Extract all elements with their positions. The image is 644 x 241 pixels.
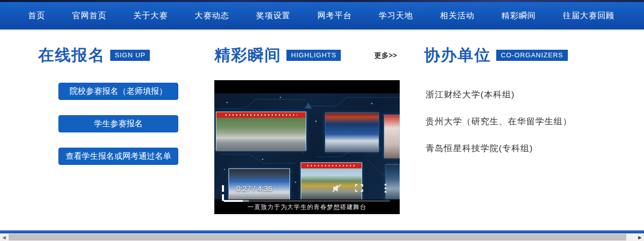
highlights-title: 精彩瞬间 [214,45,281,66]
video-photo-stage [325,113,379,152]
fullscreen-icon[interactable] [355,184,363,192]
more-options-icon[interactable] [384,184,387,193]
photo-content [216,118,306,151]
signup-badge: SIGN UP [110,50,150,61]
highlights-badge: HIGHLIGHTS [286,50,341,61]
highlights-video-player[interactable]: 0:27 / 4:36 一直致力于为大学生的青春梦想搭建舞台 [214,80,400,214]
coorganizer-item: 浙江财经大学(本科组) [426,89,514,100]
scroll-left-arrow-icon[interactable]: ◀ [0,233,8,241]
coorganizer-item: 青岛恒星科技学院(专科组) [426,143,533,154]
nav-item-activities[interactable]: 相关活动 [440,11,474,21]
coorganizers-title: 协办单位 [424,45,491,66]
nav-item-about[interactable]: 关于大赛 [134,11,168,21]
video-progress-bar[interactable] [223,200,390,202]
student-registration-button[interactable]: 学生参赛报名 [58,115,178,132]
scrollbar-thumb[interactable] [9,234,626,240]
video-caption: 一直致力于为大学生的青春梦想搭建舞台 [214,203,400,212]
nav-item-learning[interactable]: 学习天地 [379,11,413,21]
video-photo-partial-right [384,115,400,158]
highlights-section-header: 精彩瞬间 HIGHLIGHTS [214,45,341,66]
progress-buffered [243,200,249,202]
video-controls: 0:27 / 4:36 [214,184,400,193]
view-registration-list-button[interactable]: 查看学生报名或网考通过名单 [58,148,178,165]
coorganizers-badge: CO-ORGANIZERS [496,50,568,61]
video-time: 0:27 / 4:36 [236,184,272,193]
nav-item-highlights[interactable]: 精彩瞬间 [501,11,536,21]
video-photo-group-outdoor [216,112,306,151]
pause-icon[interactable] [222,185,228,191]
nav-item-awards[interactable]: 奖项设置 [256,11,291,21]
nav-item-past-contests[interactable]: 往届大赛回顾 [563,11,615,21]
horizontal-scrollbar[interactable]: ◀ ▶ [0,233,644,241]
more-link[interactable]: 更多>> [374,51,397,60]
school-registration-button[interactable]: 院校参赛报名（老师填报） [58,83,178,100]
video-photo-partial-bottom-right [385,164,400,199]
coorganizer-item: 贵州大学（研究生、在华留学生组） [426,116,572,127]
progress-played [223,200,243,202]
coorganizers-section-header: 协办单位 CO-ORGANIZERS [424,45,568,66]
signup-section-header: 在线报名 SIGN UP [38,45,150,66]
photo-red-banner [216,112,306,118]
main-navigation: 首页 官网首页 关于大赛 大赛动态 奖项设置 网考平台 学习天地 相关活动 精彩… [0,2,644,30]
mute-icon[interactable] [332,184,343,193]
photo-red-banner [301,163,362,168]
video-photo-dragon-plaza [301,162,362,199]
nav-item-news[interactable]: 大赛动态 [195,11,229,21]
nav-item-home[interactable]: 首页 [28,11,45,21]
nav-item-official-home[interactable]: 官网首页 [72,11,107,21]
scroll-right-arrow-icon[interactable]: ▶ [636,233,644,241]
signup-title: 在线报名 [38,45,105,66]
nav-item-exam-platform[interactable]: 网考平台 [317,11,352,21]
